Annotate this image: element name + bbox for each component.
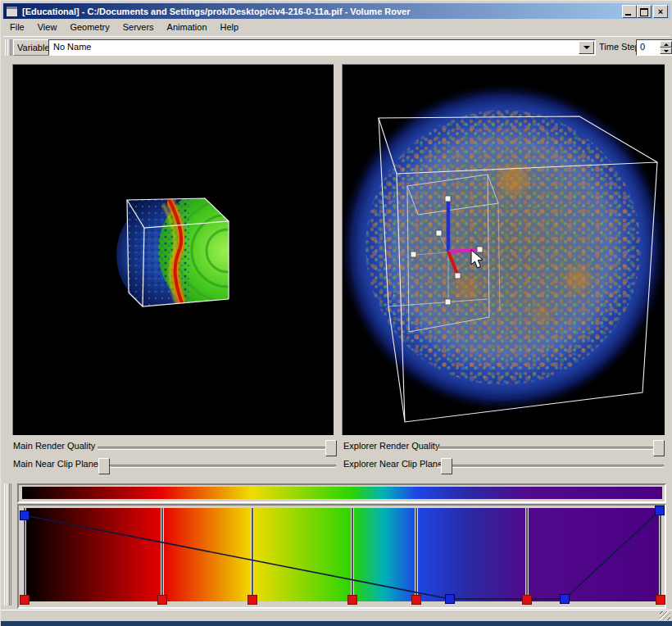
main-render-viewport[interactable] xyxy=(12,64,334,435)
main-near-clip-slider[interactable] xyxy=(98,465,336,468)
combobox-dropdown-button[interactable] xyxy=(579,41,594,54)
menu-geometry[interactable]: Geometry xyxy=(63,20,116,34)
explorer-render-quality-label: Explorer Render Quality xyxy=(343,441,439,451)
explorer-near-clip-slider[interactable] xyxy=(438,465,664,468)
main-render-quality-label: Main Render Quality xyxy=(13,441,95,451)
close-button[interactable]: × xyxy=(653,5,668,18)
menu-help[interactable]: Help xyxy=(214,20,246,34)
main-render-quality-handle[interactable] xyxy=(325,440,337,456)
menu-bar: File View Geometry Servers Animation Hel… xyxy=(3,19,670,35)
colormap-preview-frame xyxy=(17,483,666,503)
volume-cube-content xyxy=(120,184,293,318)
spin-down-button[interactable] xyxy=(660,48,672,54)
main-render-quality-slider[interactable] xyxy=(98,447,336,450)
colormap-preview-bar xyxy=(22,487,662,499)
transfer-function-editor xyxy=(1,480,672,610)
explorer-near-clip-handle[interactable] xyxy=(441,458,452,474)
window-title: [Educational] - C:/Documents and Setting… xyxy=(22,7,622,16)
menu-servers[interactable]: Servers xyxy=(116,20,161,34)
variable-combobox[interactable]: No Name xyxy=(48,39,596,56)
status-bar xyxy=(1,610,672,622)
minimize-button[interactable] xyxy=(622,5,637,18)
time-step-value: 0 xyxy=(640,42,645,52)
transfer-function-drag-handle[interactable] xyxy=(4,483,11,606)
explorer-render-quality-handle[interactable] xyxy=(653,440,665,456)
app-window: [Educational] - C:/Documents and Setting… xyxy=(0,0,672,626)
window-bottom-edge xyxy=(1,621,672,626)
toolbar-drag-handle[interactable] xyxy=(5,39,12,56)
menu-view[interactable]: View xyxy=(31,20,64,34)
time-step-spinbox[interactable]: 0 xyxy=(636,39,672,56)
explorer-volume-rendering xyxy=(343,65,665,436)
spin-up-icon xyxy=(664,43,669,46)
spin-down-icon xyxy=(664,50,669,52)
resize-grip[interactable] xyxy=(660,611,670,620)
title-bar[interactable]: [Educational] - C:/Documents and Setting… xyxy=(3,3,670,19)
app-icon[interactable] xyxy=(6,6,18,17)
explorer-render-quality-slider[interactable] xyxy=(438,447,664,450)
main-near-clip-label: Main Near Clip Plane xyxy=(13,459,98,469)
toolbar: Variable No Name Time Step 0 xyxy=(3,36,670,58)
maximize-button[interactable] xyxy=(637,5,652,18)
main-volume-rendering xyxy=(13,65,334,436)
menu-animation[interactable]: Animation xyxy=(161,20,214,34)
transfer-function-canvas[interactable] xyxy=(25,508,661,601)
time-step-label: Time Step xyxy=(599,42,640,52)
manipulator-x-axis[interactable] xyxy=(448,250,480,252)
variable-combobox-value: No Name xyxy=(53,42,91,52)
explorer-viewport[interactable] xyxy=(342,64,665,435)
explorer-near-clip-label: Explorer Near Clip Plane xyxy=(343,459,443,469)
menu-file[interactable]: File xyxy=(3,20,31,34)
main-near-clip-handle[interactable] xyxy=(98,458,110,474)
chevron-down-icon xyxy=(583,46,590,49)
spin-up-button[interactable] xyxy=(660,41,672,48)
